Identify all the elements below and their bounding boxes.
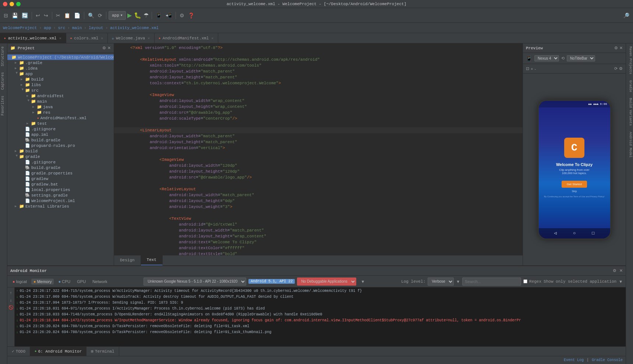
toolbar-btn-sync[interactable]: 🔄 [20,12,29,19]
tab-close-1[interactable]: ✕ [59,36,62,41]
tab-welcome-java[interactable]: ☕ Welcome.java ✕ [108,33,155,43]
toolbar-btn-search[interactable]: 🔍 [86,12,96,19]
preview-device-selector[interactable]: Nexus 4 [534,55,559,61]
tree-arrow-src[interactable]: ▶ [21,89,25,92]
debug-button[interactable]: 🐛 [133,12,142,19]
tree-item-local-properties[interactable]: ▶ 📄 local.properties [7,187,114,192]
monitor-cpu-btn[interactable]: ● CPU [56,279,73,285]
monitor-down-btn[interactable]: ↓ [8,296,14,304]
monitor-gpu-btn[interactable]: GPU [75,279,88,285]
window-maximize-button[interactable] [16,2,21,6]
bottom-tab-todo[interactable]: ✓ TODO [7,347,30,356]
tree-arrow-androidtest[interactable]: ▶ [26,94,30,98]
sidebar-item-captures[interactable]: Captures [0,69,7,93]
monitor-api-badge[interactable]: Android 5.1, API 22 [248,279,295,284]
toolbar-btn-save[interactable]: 💾 [10,12,20,19]
tree-item-androidtest[interactable]: ▶ 📁 androidTest [7,93,114,99]
preview-zoom-fit-btn[interactable]: ⊡ [526,66,529,71]
tree-item-proguard[interactable]: ▶ 📄 proguard-rules.pro [7,143,114,148]
bottom-panel-settings-btn[interactable]: ⚙ [613,268,616,273]
tree-item-src[interactable]: ▶ 📁 src [7,88,114,93]
tree-arrow-res[interactable]: ▶ [32,110,36,114]
sidebar-item-favorites[interactable]: Favorites [0,93,7,119]
nav-crumb-src[interactable]: src [58,26,65,30]
window-minimize-button[interactable] [10,2,14,6]
tab-android-manifest[interactable]: ✦ AndroidManifest.xml ✕ [155,33,218,43]
tree-item-gradle[interactable]: ▶ 📁 gradle [7,154,114,159]
sidebar-item-build-variants[interactable]: Build Variants [626,95,633,129]
toolbar-btn-help[interactable]: ❓ [187,12,196,19]
tree-item-main[interactable]: ▶ 📁 main [7,99,114,104]
tree-item-project[interactable]: ▶ 📁 WelcomeProject (~/Desktop/Android/We… [7,54,114,60]
monitor-logcat-btn[interactable]: ● logcat [10,279,29,285]
tree-item-androidmanifest[interactable]: ▶ ✦ AndroidManifest.xml [7,115,114,121]
regex-checkbox[interactable] [523,279,527,283]
phone-back-btn[interactable]: ◁ [554,230,557,236]
sidebar-item-gradle-panel[interactable]: Gradle [626,77,633,95]
bottom-tab-terminal[interactable]: ⊞ Terminal [86,347,119,356]
preview-zoom-in-btn[interactable]: + [531,67,533,71]
tree-arrow-build-root[interactable]: ▶ [15,149,18,153]
tree-item-gradle-root[interactable]: ▶ 📁 .gradle [7,60,114,66]
app-get-started-button[interactable]: Get Started [562,181,587,188]
code-editor[interactable]: <?xml version="1.0" encoding="utf-8"?> <… [114,43,523,255]
preview-refresh-btn[interactable]: ⟳ [614,66,618,71]
tree-item-build-root[interactable]: ▶ 📁 build [7,148,114,154]
tree-item-build-gradle-root[interactable]: ▶ 🐘 build.gradle [7,165,114,170]
tab-colors[interactable]: ✦ colors.xml ✕ [66,33,108,43]
tree-arrow-java[interactable]: ▶ [32,105,36,109]
show-only-dropdown-btn[interactable]: ▼ [619,279,623,284]
tab-design[interactable]: Design [114,255,141,265]
preview-settings-btn[interactable]: ⚙ [614,46,618,50]
preview-close-btn[interactable]: ✕ [619,46,623,50]
preview-orientation-btn[interactable]: ⟲ [561,56,565,61]
nav-crumb-layout[interactable]: layout [89,26,103,30]
preview-settings-btn-2[interactable]: ⚙ [619,66,623,71]
monitor-app-selector[interactable]: No Debuggable Applications [297,278,356,286]
coverage-button[interactable]: ☂ [143,12,149,19]
regex-checkbox-label[interactable]: Regex [523,279,541,284]
monitor-up-btn[interactable]: ↑ [8,289,14,296]
sidebar-item-maven[interactable]: Maven Projects [626,43,633,77]
tree-item-libs[interactable]: ▶ 📁 libs [7,82,114,88]
log-level-dropdown-btn[interactable]: ▼ [456,279,460,284]
tree-arrow-main[interactable]: ▶ [26,100,31,103]
preview-api-selector[interactable]: NoTitleBar [567,55,595,61]
tab-close-4[interactable]: ✕ [211,36,214,41]
tree-item-gradlew[interactable]: ▶ 📄 gradlew [7,176,114,181]
toolbar-btn-replace[interactable]: ⟳ [96,12,104,19]
tree-arrow-test[interactable]: ▶ [26,121,30,126]
tree-arrow-idea[interactable]: ▶ [15,66,18,70]
project-panel-close-btn[interactable]: ✕ [107,46,111,50]
log-level-selector[interactable]: Verbose [428,278,454,286]
tree-arrow-project[interactable]: ▶ [8,56,12,58]
bottom-tab-android-monitor[interactable]: ● 6: Android Monitor [30,347,86,356]
toolbar-btn-search-everywhere[interactable]: 🔎 [622,12,631,19]
tree-item-idea[interactable]: ▶ 📁 .idea [7,66,114,71]
monitor-memory-btn[interactable]: ● Memory [31,279,54,285]
tree-arrow-gradle[interactable]: ▶ [15,155,19,159]
tree-item-gradlew-bat[interactable]: ▶ 📄 gradlew.bat [7,181,114,187]
preview-zoom-out-btn[interactable]: - [534,67,536,71]
tab-close-3[interactable]: ✕ [147,36,151,41]
tab-text[interactable]: Text [141,255,163,265]
tree-item-res[interactable]: ▶ 📁 res [7,110,114,115]
run-button[interactable]: ▶ [127,12,132,19]
tree-item-settings-gradle[interactable]: ▶ 🐘 settings.gradle [7,192,114,198]
toolbar-btn-project[interactable]: ⊟ [2,12,10,19]
sidebar-item-android-model[interactable]: Android Model [626,129,633,160]
tree-item-build-app[interactable]: ▶ 📁 build [7,77,114,82]
toolbar-btn-copy[interactable]: 📋 [63,12,72,19]
monitor-app-dropdown-btn[interactable]: ▼ [358,279,367,285]
toolbar-btn-sdk[interactable]: 📱 [154,12,163,19]
project-panel-settings-btn[interactable]: ⚙ [102,46,106,50]
phone-recents-btn[interactable]: □ [592,231,594,236]
tree-arrow-app[interactable]: ▶ [15,72,19,76]
tab-close-2[interactable]: ✕ [100,36,104,41]
tree-item-external-libraries[interactable]: ▶ 📁 External Libraries [7,204,114,209]
tree-arrow-libs[interactable]: ▶ [21,83,24,87]
preview-device-icon[interactable]: 📱 [526,56,532,61]
tree-item-gitignore-root[interactable]: ▶ 📄 .gitignore [7,159,114,165]
toolbar-btn-paste[interactable]: 📄 [73,12,82,19]
monitor-device-selector[interactable]: Unknown Google Nexus 5 - 5.1.0 - API 22 … [144,278,246,286]
